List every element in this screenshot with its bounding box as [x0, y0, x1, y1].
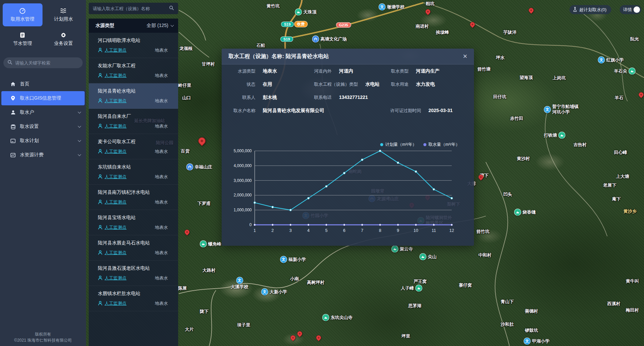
- monitor-link[interactable]: 人工监测点: [98, 174, 127, 180]
- svg-text:7: 7: [361, 228, 363, 233]
- map-place-label: 羊石: [615, 95, 623, 101]
- field-value: 河道内生产: [416, 68, 440, 74]
- map-place-label: 箭竹塘: [477, 66, 491, 72]
- sidebar-item-4[interactable]: 取水设置: [0, 119, 86, 134]
- map-mountain-marker[interactable]: 螺角峰: [200, 240, 221, 247]
- station-list-item[interactable]: 陆河县水唇走马石水电站人工监测点地表水: [89, 235, 178, 261]
- monitor-link[interactable]: 人工监测点: [98, 199, 127, 205]
- field-value: 陆河县青砼水电发展有限公司: [263, 108, 324, 114]
- keyword-search[interactable]: [3, 57, 83, 68]
- monitor-link[interactable]: 人工监测点: [98, 98, 127, 104]
- map-mountain-marker[interactable]: 烧香缝: [514, 209, 536, 216]
- map-mountain-marker[interactable]: 天珠顶: [295, 8, 316, 16]
- red-pin-marker[interactable]: [197, 136, 207, 146]
- sidebar-item-6[interactable]: 水资源计费: [0, 148, 86, 162]
- station-list-item[interactable]: 陆河县青砼水电站人工监测点地表水: [89, 83, 178, 109]
- road-badge: S19: [281, 22, 294, 27]
- red-pin-marker[interactable]: [184, 229, 191, 236]
- app-tile-label: 业务设置: [54, 41, 73, 47]
- billing-icon: [10, 153, 16, 157]
- station-list-item[interactable]: 水唇镇水栏肚水电站人工监测点地表水: [89, 286, 178, 311]
- svg-text:5,000,000: 5,000,000: [234, 149, 252, 153]
- map-culture-marker[interactable]: 高塘文化广场: [312, 35, 347, 43]
- monitor-link[interactable]: 人工监测点: [98, 73, 127, 79]
- water-source-type: 地表水: [155, 174, 168, 180]
- station-search[interactable]: [89, 3, 178, 14]
- app-tile-2[interactable]: 计划用水: [44, 3, 84, 26]
- over-plan-button[interactable]: 超计划取水(0): [569, 5, 611, 14]
- monitor-link[interactable]: 人工监测点: [98, 224, 127, 231]
- station-list-item[interactable]: 麦卡公司取水工程人工监测点地表水: [89, 134, 178, 159]
- detail-rows: 水源类型地表水河道内外河道内取水类型河道内生产状态在用取水工程（设施）类型水电站…: [222, 64, 474, 117]
- monitor-link[interactable]: 人工监测点: [98, 250, 127, 256]
- close-icon[interactable]: ×: [463, 53, 467, 60]
- map-marker-label: 普宁市船埔镇 河坑小学: [552, 104, 579, 115]
- station-list-item[interactable]: 河口镇唱歌潭水电站人工监测点地表水: [89, 33, 178, 58]
- map-school-marker[interactable]: 文红旗小学: [598, 56, 624, 63]
- modal-header: 取水工程（设施）名称: 陆河县青砼水电站 ×: [222, 49, 474, 64]
- monitor-link[interactable]: 人工监测点: [98, 149, 127, 155]
- map-school-marker[interactable]: 文甲湖小学: [524, 338, 550, 345]
- map-place-label: 青山下: [501, 299, 514, 304]
- map-culture-marker[interactable]: 幸福山庄: [186, 163, 212, 170]
- red-pin-marker[interactable]: [638, 91, 644, 98]
- red-pin-marker[interactable]: [315, 334, 322, 341]
- station-detail-modal: 取水工程（设施）名称: 陆河县青砼水电站 × 水源类型地表水河道内外河道内取水类…: [222, 49, 474, 246]
- map-school-marker[interactable]: 文普宁市船埔镇 河坑小学: [544, 104, 579, 115]
- map-place-label: 黄沙乡: [623, 209, 637, 214]
- red-pin-marker[interactable]: [289, 334, 297, 341]
- station-list-item[interactable]: 陆河县自来水厂人工监测点地表水: [89, 109, 178, 134]
- monitor-link[interactable]: 人工监测点: [98, 123, 127, 129]
- sidebar-item-2[interactable]: 取水口GIS信息管理: [1, 91, 85, 105]
- red-pin-marker[interactable]: [296, 330, 303, 337]
- monitor-link[interactable]: 人工监测点: [98, 300, 127, 307]
- monitor-link[interactable]: 人工监测点: [98, 275, 127, 281]
- map-school-marker[interactable]: 文墩塘学校: [379, 3, 404, 10]
- field-group: 河道内外河道内: [314, 68, 353, 74]
- monitor-link[interactable]: 人工监测点: [98, 47, 127, 53]
- sidebar-item-3[interactable]: 取水户: [0, 105, 86, 119]
- search-icon: [169, 5, 174, 12]
- toggle-knob[interactable]: [634, 6, 640, 13]
- station-list-item[interactable]: 陆河县南万镇杞洋水电站人工监测点地表水: [89, 185, 178, 210]
- station-list-item[interactable]: 陆河县激石溪老区水电站人工监测点地表水: [89, 261, 178, 286]
- svg-text:4,000,000: 4,000,000: [234, 163, 252, 168]
- map-place-label: 梅田村: [626, 308, 639, 313]
- station-search-input[interactable]: [93, 6, 169, 11]
- map-place-label: 老屋下: [603, 183, 616, 188]
- card-icon: [10, 139, 16, 143]
- keyword-search-input[interactable]: [15, 60, 79, 65]
- map-mountain-icon: [558, 132, 565, 139]
- map-mountain-icon: [322, 314, 329, 321]
- map-mountain-marker[interactable]: 尖山: [419, 253, 437, 260]
- red-pin-marker[interactable]: [469, 21, 476, 28]
- pin-icon: [10, 96, 16, 101]
- map-place-label: 善德村: [525, 309, 538, 314]
- field-value: 13432771221: [339, 95, 368, 100]
- map-mountain-marker[interactable]: 东坑尖山寺: [322, 314, 353, 321]
- app-tile-1[interactable]: 取用水管理: [3, 3, 43, 26]
- detail-toggle[interactable]: 详情: [620, 5, 641, 14]
- app-tile-3[interactable]: 节水管理: [3, 28, 43, 51]
- map-mountain-marker[interactable]: 聚云寺: [391, 245, 413, 252]
- map-school-marker[interactable]: 文大溪学校: [231, 277, 248, 290]
- map-place-label: 箭竹坑: [476, 229, 489, 234]
- station-list-item[interactable]: 友能水厂取水工程人工监测点地表水: [89, 58, 178, 83]
- map-school-marker[interactable]: 文福新小学: [280, 256, 306, 263]
- map-mountain-marker[interactable]: 人子嶂: [401, 285, 422, 292]
- map-school-icon: 文: [261, 288, 268, 295]
- app-tile-4[interactable]: 业务设置: [44, 28, 84, 51]
- station-list-item[interactable]: 陆河县宝塔水电站人工监测点地表水: [89, 210, 178, 235]
- map-school-marker[interactable]: 文大新小学: [261, 288, 287, 295]
- map-mountain-marker[interactable]: 羊石尖: [614, 68, 636, 75]
- water-source-type: 地表水: [155, 47, 168, 53]
- red-pin-marker[interactable]: [424, 8, 431, 15]
- map-mountain-marker[interactable]: 打铁塘: [544, 132, 565, 139]
- map-mountain-icon: [391, 245, 398, 252]
- sidebar-item-5[interactable]: 取水计划: [0, 134, 86, 148]
- source-type-filter[interactable]: 全部 (125): [146, 23, 173, 29]
- water-source-type: 地表水: [155, 149, 168, 155]
- red-pin-marker[interactable]: [528, 7, 535, 14]
- sidebar-item-1[interactable]: 首页: [0, 77, 86, 91]
- station-list-item[interactable]: 东坑镇自来水站人工监测点地表水: [89, 159, 178, 185]
